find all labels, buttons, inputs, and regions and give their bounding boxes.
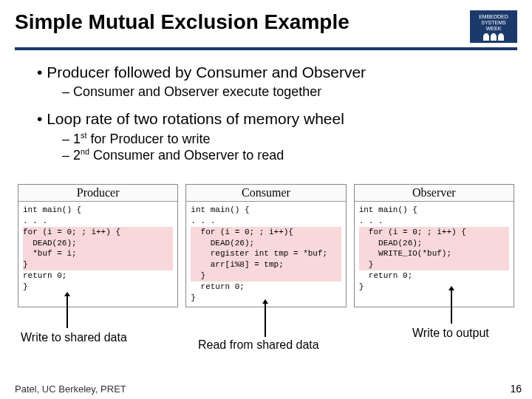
observer-title: Observer [355,185,514,202]
arrow-observer [451,287,452,324]
observer-code: int main() { . . . for (i = 0; ; i++) { … [355,202,514,296]
annotation-read-shared: Read from shared data [198,338,319,352]
producer-panel: Producer int main() { . . . for (i = 0; … [18,184,178,307]
annotation-write-shared: Write to shared data [21,331,127,344]
bullet-1-sub-1: Consumer and Observer execute together [62,84,517,100]
esweek-logo: EMBEDDED SYSTEMS WEEK [470,10,517,43]
consumer-code: int main() { . . . for (i = 0; ; i++){ D… [186,202,345,307]
bullet-2: Loop rate of two rotations of memory whe… [37,110,517,128]
slide-title: Simple Mutual Exclusion Example [15,10,349,34]
consumer-title: Consumer [186,185,345,202]
producer-code: int main() { . . . for (i = 0; ; i++) { … [18,202,177,296]
annotation-write-output: Write to output [412,327,489,340]
content-body: Producer followed by Consumer and Observ… [15,64,517,163]
consumer-panel: Consumer int main() { . . . for (i = 0; … [185,184,346,307]
bullet-1: Producer followed by Consumer and Observ… [37,64,517,81]
logo-text-1: EMBEDDED [479,14,508,20]
bullet-2-sub-1: 1st for Producer to write [62,131,517,147]
bullet-2-sub-2: 2nd Consumer and Observer to read [62,147,517,163]
logo-text-2: SYSTEMS [481,20,505,26]
producer-title: Producer [18,185,177,202]
observer-panel: Observer int main() { . . . for (i = 0; … [354,184,514,307]
divider [15,47,517,50]
arrow-producer [66,293,68,328]
page-number: 16 [510,383,522,395]
arrow-consumer [265,300,266,337]
footer-credit: Patel, UC Berkeley, PRET [15,383,126,395]
logo-text-3: WEEK [486,26,502,32]
